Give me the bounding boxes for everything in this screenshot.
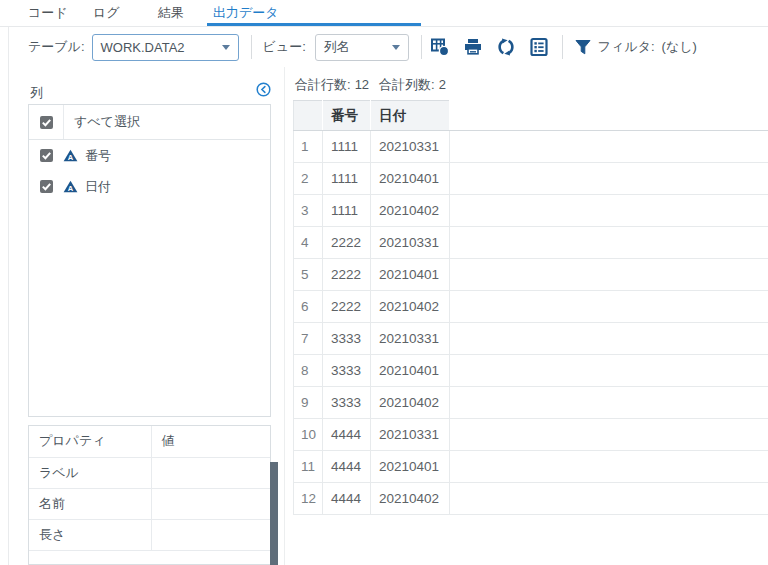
- data-cell[interactable]: 20210402: [371, 291, 450, 323]
- row-number-cell[interactable]: 4: [294, 227, 323, 259]
- chevron-down-icon: [222, 45, 230, 50]
- table-row[interactable]: 4222220210331: [294, 227, 768, 259]
- pane-divider[interactable]: [284, 67, 285, 565]
- filler-header: [450, 101, 768, 131]
- table-row[interactable]: 2111120210401: [294, 163, 768, 195]
- property-value-cell: [151, 457, 270, 488]
- toolbar-separator: [251, 35, 252, 59]
- filler-cell: [450, 483, 768, 515]
- tab-code[interactable]: コード: [28, 4, 68, 22]
- tab-log[interactable]: ログ: [93, 4, 120, 22]
- data-cell[interactable]: 20210402: [371, 387, 450, 419]
- table-row[interactable]: 9333320210402: [294, 387, 768, 419]
- svg-text:A: A: [68, 184, 74, 193]
- table-row[interactable]: 11444420210401: [294, 451, 768, 483]
- data-cell[interactable]: 4444: [323, 451, 371, 483]
- data-cell[interactable]: 4444: [323, 419, 371, 451]
- column-name-label: 番号: [85, 147, 111, 165]
- properties-panel: プロパティ 値 ラベル名前長さ: [28, 425, 271, 565]
- data-cell[interactable]: 3333: [323, 355, 371, 387]
- table-row[interactable]: 6222220210402: [294, 291, 768, 323]
- data-cell[interactable]: 20210331: [371, 419, 450, 451]
- table-row[interactable]: 1111120210331: [294, 131, 768, 163]
- properties-table-body: プロパティ 値 ラベル名前長さ: [29, 426, 270, 550]
- data-cell[interactable]: 20210331: [371, 227, 450, 259]
- tab-results[interactable]: 結果: [158, 4, 184, 22]
- collapse-left-icon[interactable]: [256, 82, 272, 98]
- filler-cell: [450, 195, 768, 227]
- data-cell[interactable]: 20210402: [371, 195, 450, 227]
- tab-output-data[interactable]: 出力データ: [213, 4, 279, 22]
- data-cell[interactable]: 20210401: [371, 259, 450, 291]
- column-name-label: 日付: [85, 178, 111, 196]
- row-number-cell[interactable]: 9: [294, 387, 323, 419]
- row-number-cell[interactable]: 3: [294, 195, 323, 227]
- table-row[interactable]: 7333320210331: [294, 323, 768, 355]
- checkbox-checked-icon[interactable]: [40, 116, 53, 129]
- column-header[interactable]: 番号: [323, 101, 371, 131]
- table-row[interactable]: 5222220210401: [294, 259, 768, 291]
- data-cell[interactable]: 20210402: [371, 483, 450, 515]
- data-cell[interactable]: 1111: [323, 195, 371, 227]
- view-select-label: ビュー:: [263, 38, 306, 56]
- data-cell[interactable]: 2222: [323, 227, 371, 259]
- row-number-cell[interactable]: 10: [294, 419, 323, 451]
- row-number-cell[interactable]: 2: [294, 163, 323, 195]
- data-cell[interactable]: 1111: [323, 131, 371, 163]
- property-name-cell: 長さ: [29, 519, 151, 550]
- data-cell[interactable]: 2222: [323, 259, 371, 291]
- view-select-value: 列名: [324, 38, 350, 56]
- column-list-item[interactable]: A日付: [29, 171, 270, 202]
- data-cell[interactable]: 20210401: [371, 355, 450, 387]
- print-icon[interactable]: [463, 37, 483, 57]
- column-header[interactable]: 日付: [371, 101, 450, 131]
- tab-bar: コード ログ 結果 出力データ: [0, 0, 768, 27]
- row-number-cell[interactable]: 6: [294, 291, 323, 323]
- filler-cell: [450, 227, 768, 259]
- checkbox-checked-icon[interactable]: [40, 180, 53, 193]
- property-row[interactable]: ラベル: [29, 457, 270, 488]
- chevron-down-icon: [392, 45, 400, 50]
- row-number-cell[interactable]: 12: [294, 483, 323, 515]
- property-row[interactable]: 名前: [29, 488, 270, 519]
- refresh-icon[interactable]: [496, 37, 516, 57]
- data-cell[interactable]: 3333: [323, 323, 371, 355]
- pane-left-edge: [8, 0, 9, 565]
- data-grid-header-row: 番号日付: [294, 101, 768, 131]
- data-cell[interactable]: 20210331: [371, 131, 450, 163]
- property-row[interactable]: 長さ: [29, 519, 270, 550]
- checkbox-checked-icon[interactable]: [40, 149, 53, 162]
- export-data-icon[interactable]: [430, 37, 450, 57]
- data-cell[interactable]: 20210401: [371, 163, 450, 195]
- table-row[interactable]: 12444420210402: [294, 483, 768, 515]
- filler-cell: [450, 323, 768, 355]
- row-number-header: [294, 101, 323, 131]
- column-list-item[interactable]: A番号: [29, 140, 270, 171]
- properties-scrollbar-thumb[interactable]: [270, 462, 278, 565]
- data-cell[interactable]: 2222: [323, 291, 371, 323]
- column-properties-icon[interactable]: [529, 37, 549, 57]
- table-row[interactable]: 10444420210331: [294, 419, 768, 451]
- row-number-cell[interactable]: 1: [294, 131, 323, 163]
- row-number-cell[interactable]: 5: [294, 259, 323, 291]
- select-all-row[interactable]: すべて選択: [29, 105, 270, 140]
- data-grid: 番号日付 11111202103312111120210401311112021…: [293, 100, 768, 515]
- view-select[interactable]: 列名: [315, 34, 409, 61]
- row-number-cell[interactable]: 7: [294, 323, 323, 355]
- columns-list-items: A番号A日付: [29, 140, 270, 202]
- row-number-cell[interactable]: 8: [294, 355, 323, 387]
- table-row[interactable]: 3111120210402: [294, 195, 768, 227]
- data-cell[interactable]: 1111: [323, 163, 371, 195]
- data-cell[interactable]: 20210331: [371, 323, 450, 355]
- data-cell[interactable]: 4444: [323, 483, 371, 515]
- data-cell[interactable]: 20210401: [371, 451, 450, 483]
- table-select-value: WORK.DATA2: [101, 40, 185, 55]
- filler-cell: [450, 451, 768, 483]
- table-select[interactable]: WORK.DATA2: [92, 34, 239, 61]
- total-cols-value: 2: [439, 77, 446, 92]
- property-name-cell: ラベル: [29, 457, 151, 488]
- row-number-cell[interactable]: 11: [294, 451, 323, 483]
- filter-control[interactable]: フィルタ: (なし): [573, 37, 697, 57]
- table-row[interactable]: 8333320210401: [294, 355, 768, 387]
- data-cell[interactable]: 3333: [323, 387, 371, 419]
